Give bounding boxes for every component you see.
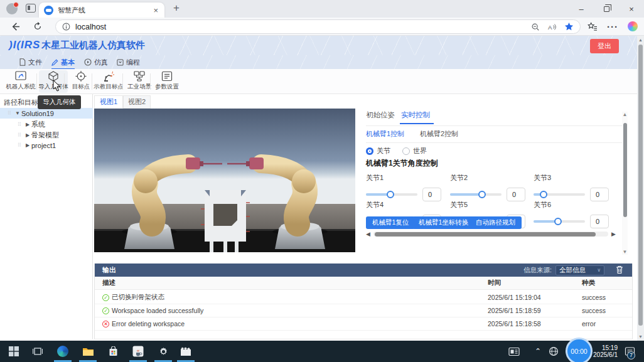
chevron-right-icon[interactable]: ▶	[24, 142, 31, 148]
logout-button[interactable]: 登出	[590, 39, 619, 53]
copilot-icon[interactable]	[626, 20, 639, 33]
joint-slider[interactable]	[450, 193, 502, 196]
scroll-thumb[interactable]	[375, 232, 596, 237]
scroll-thumb[interactable]	[638, 45, 643, 326]
source-select[interactable]: 全部信息 ∨	[555, 265, 604, 275]
menu-tab-programming[interactable]: 编程	[117, 56, 140, 68]
clear-output-icon[interactable]	[616, 265, 623, 274]
scroll-thumb[interactable]	[623, 123, 627, 217]
taskbar-clock[interactable]: 15:19 2025/6/1	[593, 344, 618, 358]
ribbon-robot-system[interactable]: 机器人系统	[6, 70, 35, 93]
chevron-right-icon[interactable]: ▶	[24, 122, 31, 127]
menu-tab-simulation[interactable]: 仿真	[84, 56, 108, 68]
joint-value-input[interactable]	[590, 215, 609, 228]
file-explorer-icon[interactable]	[80, 345, 95, 358]
page-scrollbar[interactable]: ▲ ▼	[637, 36, 644, 341]
media-app-icon[interactable]	[178, 345, 193, 358]
read-aloud-icon[interactable]: A	[547, 23, 557, 31]
drag-handle-icon[interactable]: ⠿	[5, 110, 14, 116]
edge-icon[interactable]	[55, 345, 70, 358]
scroll-up-icon[interactable]: ▲	[622, 112, 628, 117]
joint-slider[interactable]	[534, 193, 585, 196]
menu-tab-file[interactable]: 文件	[19, 56, 42, 68]
scroll-track[interactable]	[373, 232, 608, 237]
tab-arm2-control[interactable]: 机械臂2控制	[420, 129, 458, 139]
scroll-left-icon[interactable]: ◀	[366, 231, 373, 237]
arm1-reset-button[interactable]: 机械臂1复位	[366, 216, 415, 229]
tree-item-skeleton-model[interactable]: ⠿ ▶ 骨架模型	[0, 130, 93, 141]
tree-item-system[interactable]: ⠿ ▶ 系统	[0, 119, 93, 130]
notification-badge[interactable]: 7	[627, 351, 635, 359]
output-row[interactable]: ✓Workspace loaded successfully 2025/6/1 …	[95, 304, 632, 317]
drag-handle-icon[interactable]: ⠿	[15, 142, 24, 148]
ribbon-teach-target[interactable]: 示教目标点	[94, 70, 123, 93]
output-row[interactable]: ✕Error deleting workspace 2025/6/1 15:18…	[95, 317, 632, 331]
show-hidden-icons-chevron[interactable]: ⌃	[535, 341, 541, 362]
slider-thumb[interactable]	[554, 218, 562, 225]
view-tab-2[interactable]: 视图2	[123, 95, 151, 109]
favorite-star-icon[interactable]	[564, 22, 574, 31]
joint-slider[interactable]	[366, 193, 417, 196]
slider-thumb[interactable]	[387, 191, 394, 198]
browser-tab[interactable]: 智慧产线 ×	[39, 3, 164, 18]
view-tab-1[interactable]: 视图1	[94, 95, 123, 109]
row-type: success	[582, 294, 632, 301]
more-menu-icon[interactable]: ···	[606, 20, 619, 33]
output-row[interactable]: ✓已切换到骨架状态 2025/6/1 15:19:04 success	[95, 291, 632, 304]
close-button[interactable]: ×	[619, 0, 644, 18]
url-text[interactable]: localhost	[75, 23, 523, 31]
scroll-right-icon[interactable]: ▶	[608, 231, 616, 237]
ribbon-label: 示教目标点	[94, 83, 124, 91]
site-info-icon[interactable]	[62, 23, 70, 31]
vertical-tabs-icon[interactable]	[26, 4, 36, 13]
drag-handle-icon[interactable]: ⠿	[15, 132, 24, 138]
settings-gear-icon[interactable]	[156, 345, 171, 358]
zoom-out-icon[interactable]	[531, 23, 540, 31]
news-widget-icon[interactable]	[508, 341, 520, 362]
auto-path-planning-button[interactable]: 自动路径规划	[470, 216, 522, 229]
tab-initial-pose[interactable]: 初始位姿	[366, 110, 395, 120]
divider	[92, 73, 92, 90]
tab-arm1-control[interactable]: 机械臂1控制	[366, 129, 404, 139]
back-icon[interactable]	[9, 20, 21, 33]
minimize-button[interactable]: –	[569, 0, 594, 18]
new-tab-button[interactable]: +	[173, 2, 180, 14]
radio-joint[interactable]: 关节	[366, 146, 390, 156]
scroll-down-icon[interactable]: ▼	[637, 334, 644, 339]
panel-vertical-scrollbar[interactable]: ▲ ▼	[622, 112, 628, 255]
recording-timer-bubble[interactable]: 00:00	[566, 338, 593, 362]
restore-button[interactable]	[594, 0, 619, 18]
collections-icon[interactable]	[586, 20, 599, 33]
joint-value-input[interactable]	[507, 188, 525, 201]
tree-label: 系统	[31, 120, 45, 129]
chevron-right-icon[interactable]: ▶	[24, 132, 31, 138]
profile-avatar-icon[interactable]	[6, 3, 18, 14]
java-app-icon[interactable]	[131, 345, 146, 358]
start-button[interactable]	[6, 345, 21, 358]
tree-item-solution[interactable]: ⠿ ▼ Solution19	[0, 108, 93, 119]
horizontal-scrollbar[interactable]: ◀ ▶	[366, 231, 616, 237]
tab-close-icon[interactable]: ×	[152, 6, 159, 15]
viewport-3d-canvas[interactable]	[94, 109, 355, 252]
task-view-icon[interactable]	[30, 345, 45, 358]
joint-value-input[interactable]	[590, 188, 609, 201]
refresh-icon[interactable]	[31, 20, 44, 33]
drag-handle-icon[interactable]: ⠿	[15, 122, 24, 127]
chevron-down-icon[interactable]: ▼	[14, 110, 21, 116]
scroll-up-icon[interactable]: ▲	[637, 38, 644, 42]
radio-world[interactable]: 世界	[402, 146, 427, 156]
tree-item-project1[interactable]: ⠿ ▶ project1	[0, 140, 93, 151]
arm1-coordinate-convert-button[interactable]: 机械臂1坐标转换	[412, 216, 475, 229]
scroll-down-icon[interactable]: ▼	[622, 249, 628, 255]
tree-label: project1	[31, 142, 56, 149]
network-globe-icon[interactable]	[549, 341, 559, 362]
joint-value-input[interactable]	[422, 188, 441, 201]
slider-thumb[interactable]	[478, 191, 486, 198]
joint-slider[interactable]	[534, 220, 585, 223]
tab-realtime-control[interactable]: 实时控制	[401, 110, 430, 120]
address-bar[interactable]: localhost A	[55, 19, 581, 34]
store-icon[interactable]	[105, 345, 121, 358]
menu-tab-basic[interactable]: 基本	[51, 56, 75, 68]
slider-thumb[interactable]	[540, 191, 547, 198]
ribbon-parameter-settings[interactable]: 参数设置	[153, 70, 181, 93]
